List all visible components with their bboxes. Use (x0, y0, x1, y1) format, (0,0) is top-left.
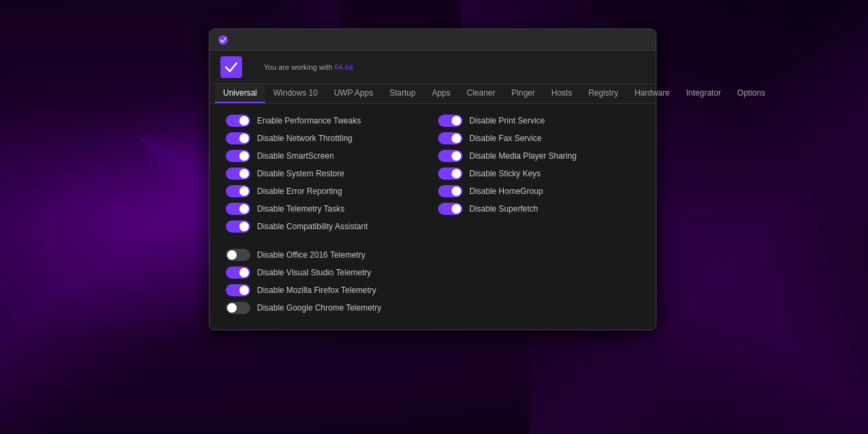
app-info: You are working with 64-bit (264, 62, 353, 73)
toggle-label: Disable System Restore (257, 169, 344, 178)
toggle-switch[interactable] (226, 220, 250, 233)
titlebar-controls (600, 34, 648, 46)
toggle-label: Disable Network Throttling (257, 134, 353, 143)
telemetry-section: Disable Office 2016 TelemetryDisable Vis… (220, 243, 645, 319)
toggle-row: Disable SmartScreen (220, 147, 433, 165)
toggle-row: Disable Telemetry Tasks (220, 200, 433, 218)
maximize-button[interactable] (618, 34, 630, 46)
arch-highlight: 64-bit (334, 63, 353, 71)
close-button[interactable] (635, 34, 648, 46)
toggle-switch[interactable] (226, 167, 250, 180)
toggle-row: Disable Sticky Keys (433, 165, 645, 182)
toggle-label: Disable Sticky Keys (469, 169, 540, 178)
toggle-label: Enable Performance Tweaks (257, 116, 361, 125)
toggle-label: Disable Visual Studio Telemetry (257, 268, 371, 277)
tab-apps[interactable]: Apps (424, 84, 458, 103)
tab-integrator[interactable]: Integrator (678, 84, 729, 103)
toggle-switch[interactable] (226, 249, 250, 261)
toggle-row: Disable System Restore (220, 165, 433, 182)
main-window: You are working with 64-bit UniversalWin… (209, 28, 656, 330)
toggle-label: Disable Error Reporting (257, 186, 342, 196)
toggle-label: Disable Print Service (469, 116, 545, 125)
toggle-switch[interactable] (226, 185, 250, 197)
toggles-grid: Enable Performance TweaksDisable Print S… (220, 112, 645, 235)
app-header: You are working with 64-bit (210, 51, 656, 84)
tab-options[interactable]: Options (729, 84, 773, 103)
toggle-switch[interactable] (438, 115, 462, 127)
toggle-row: Disable Compatibility Assistant (220, 218, 433, 235)
section-divider (220, 235, 645, 243)
toggle-label: Disable Compatibility Assistant (257, 222, 368, 231)
toggle-label: Disable Fax Service (469, 134, 542, 143)
app-logo (220, 56, 242, 78)
titlebar-icon (218, 35, 229, 45)
tab-universal[interactable]: Universal (215, 84, 265, 103)
svg-point-0 (218, 35, 228, 45)
toggle-row: Disable Print Service (433, 112, 645, 130)
toggle-switch[interactable] (226, 150, 250, 162)
titlebar (210, 29, 656, 51)
toggle-switch[interactable] (438, 150, 462, 162)
toggle-label: Disable HomeGroup (469, 186, 543, 196)
toggle-row: Disable HomeGroup (433, 182, 645, 200)
tab-startup[interactable]: Startup (381, 84, 424, 103)
toggle-label: Disable Superfetch (469, 204, 538, 214)
toggle-switch[interactable] (438, 203, 462, 215)
tab-hardware[interactable]: Hardware (627, 84, 678, 103)
toggle-switch[interactable] (226, 284, 250, 296)
toggle-label: Disable Google Chrome Telemetry (257, 303, 381, 313)
tab-pinger[interactable]: Pinger (503, 84, 543, 103)
toggle-row: Disable Visual Studio Telemetry (220, 264, 645, 281)
tab-cleaner[interactable]: Cleaner (458, 84, 503, 103)
toggle-switch[interactable] (226, 267, 250, 279)
toggle-label: Disable Telemetry Tasks (257, 204, 344, 214)
toggle-row: Disable Media Player Sharing (433, 147, 645, 165)
tab-hosts[interactable]: Hosts (543, 84, 580, 103)
toggle-switch[interactable] (226, 132, 250, 144)
toggle-label: Disable SmartScreen (257, 151, 334, 161)
toggle-row: Disable Google Chrome Telemetry (220, 299, 645, 317)
toggle-switch[interactable] (438, 132, 462, 144)
toggle-row: Enable Performance Tweaks (220, 112, 433, 130)
toggle-switch[interactable] (226, 203, 250, 215)
toggle-row: Disable Fax Service (433, 130, 645, 147)
arch-info: You are working with 64-bit (264, 62, 353, 73)
toggle-label: Disable Media Player Sharing (469, 151, 576, 161)
toggle-row: Disable Error Reporting (220, 182, 433, 200)
toggle-row: Disable Mozilla Firefox Telemetry (220, 281, 645, 299)
content-area: Enable Performance TweaksDisable Print S… (210, 104, 656, 330)
toggle-switch[interactable] (226, 302, 250, 314)
toggle-switch[interactable] (226, 115, 250, 127)
toggle-label: Disable Office 2016 Telemetry (257, 250, 366, 260)
tab-uwp-apps[interactable]: UWP Apps (326, 84, 381, 103)
toggle-row: Disable Network Throttling (220, 130, 433, 147)
tab-windows-10[interactable]: Windows 10 (265, 84, 326, 103)
toggle-switch[interactable] (438, 167, 462, 180)
toggle-label: Disable Mozilla Firefox Telemetry (257, 285, 376, 295)
minimize-button[interactable] (600, 34, 612, 46)
toggle-switch[interactable] (438, 185, 462, 197)
tab-registry[interactable]: Registry (580, 84, 627, 103)
toggle-row: Disable Superfetch (433, 200, 645, 218)
tabbar: UniversalWindows 10UWP AppsStartupAppsCl… (210, 84, 656, 104)
toggle-row: Disable Office 2016 Telemetry (220, 246, 645, 264)
